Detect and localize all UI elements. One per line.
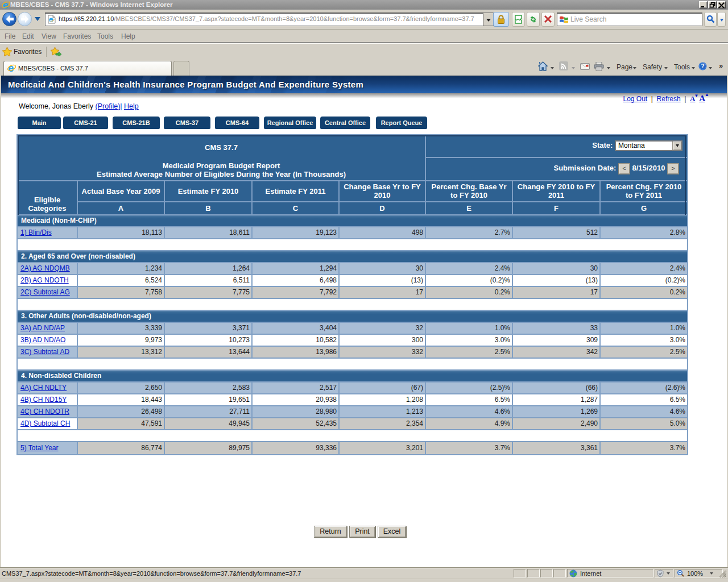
svg-text:?: ?	[701, 63, 704, 69]
